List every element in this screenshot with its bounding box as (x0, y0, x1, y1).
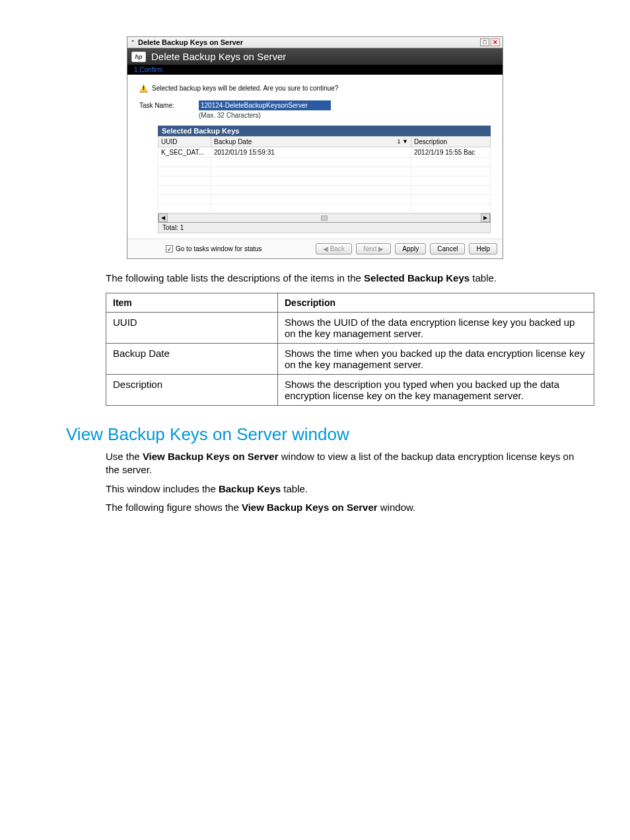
section-heading: View Backup Keys on Server window (66, 424, 590, 445)
next-button[interactable]: Next ▶ (356, 243, 391, 254)
apply-button[interactable]: Apply (395, 243, 426, 254)
cell-uuid: K_SEC_DAT... (158, 147, 211, 158)
total-count: Total: 1 (158, 223, 491, 233)
maximize-icon[interactable]: □ (480, 38, 489, 46)
dialog-header: hp Delete Backup Keys on Server (127, 48, 503, 65)
dialog-heading: Delete Backup Keys on Server (151, 51, 286, 62)
scroll-thumb[interactable] (321, 215, 328, 221)
wizard-step-confirm[interactable]: 1.Confirm (127, 65, 503, 75)
horizontal-scrollbar[interactable]: ◀ ▶ (158, 213, 491, 223)
warning-icon: ! (139, 84, 148, 93)
sort-indicator[interactable]: 1 ▼ (398, 138, 408, 145)
warning-text: Selected backup keys will be deleted. Ar… (152, 85, 338, 92)
delete-backup-keys-dialog: ⌃ Delete Backup Keys on Server □ ✕ hp De… (127, 36, 503, 259)
table-row[interactable]: K_SEC_DAT... 2012/01/19 15:59:31 2012/1/… (158, 147, 491, 158)
help-button[interactable]: Help (469, 243, 497, 254)
cancel-button[interactable]: Cancel (430, 243, 465, 254)
titlebar-text: Delete Backup Keys on Server (138, 38, 479, 46)
header-description: Description (278, 293, 594, 313)
checkbox-icon[interactable]: ✓ (166, 245, 173, 252)
task-name-hint: (Max. 32 Characters) (199, 112, 491, 119)
table-row: Description Shows the description you ty… (106, 375, 594, 406)
header-item: Item (106, 293, 278, 313)
task-name-input[interactable] (199, 100, 331, 110)
close-icon[interactable]: ✕ (491, 38, 500, 46)
selected-backup-keys-title: Selected Backup Keys (158, 126, 491, 136)
paragraph: This window includes the Backup Keys tab… (106, 482, 590, 496)
item-description-table: Item Description UUID Shows the UUID of … (106, 293, 594, 406)
dialog-footer: ✓ Go to tasks window for status ◀ Back N… (127, 239, 503, 258)
hp-logo-icon: hp (131, 52, 146, 62)
warning-line: ! Selected backup keys will be deleted. … (139, 84, 491, 93)
scroll-left-icon[interactable]: ◀ (158, 213, 168, 222)
dialog-titlebar[interactable]: ⌃ Delete Backup Keys on Server □ ✕ (127, 37, 503, 48)
col-description[interactable]: Description (411, 137, 491, 147)
collapse-icon[interactable]: ⌃ (130, 39, 135, 46)
selected-backup-keys-table: UUID Backup Date 1 ▼ Description K_SEC_D… (158, 136, 491, 213)
cell-backup-date: 2012/01/19 15:59:31 (211, 147, 411, 158)
col-uuid[interactable]: UUID (158, 137, 211, 147)
col-backup-date-label: Backup Date (214, 138, 252, 145)
intro-paragraph: The following table lists the descriptio… (106, 272, 590, 284)
goto-tasks-checkbox[interactable]: ✓ Go to tasks window for status (166, 245, 262, 252)
paragraph: Use the View Backup Keys on Server windo… (106, 450, 590, 477)
col-backup-date[interactable]: Backup Date 1 ▼ (211, 137, 411, 147)
scroll-right-icon[interactable]: ▶ (481, 213, 490, 222)
cell-description: 2012/1/19 15:55 Bac (411, 147, 491, 158)
table-row: Backup Date Shows the time when you back… (106, 344, 594, 375)
paragraph: The following figure shows the View Back… (106, 501, 590, 514)
goto-tasks-label: Go to tasks window for status (176, 245, 262, 252)
back-button[interactable]: ◀ Back (316, 243, 352, 254)
table-row: UUID Shows the UUID of the data encrypti… (106, 313, 594, 344)
task-name-label: Task Name: (139, 100, 199, 109)
